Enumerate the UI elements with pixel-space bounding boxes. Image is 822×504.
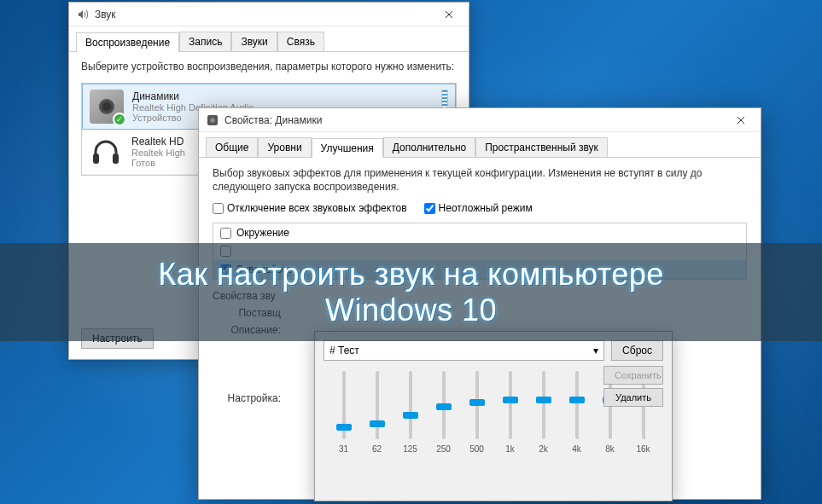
save-button[interactable]: Сохранить [603, 366, 663, 385]
default-badge: ✓ [113, 113, 126, 126]
eq-band-31[interactable]: 31 [329, 371, 359, 456]
eq-band-2k[interactable]: 2k [528, 371, 559, 456]
urgent-mode-checkbox[interactable]: Неотложный режим [424, 202, 533, 214]
caption-line1: Как настроить звук на компьютере [158, 257, 664, 292]
eq-band-250[interactable]: 250 [428, 371, 459, 456]
eq-band-500[interactable]: 500 [462, 371, 493, 456]
freq-label: 4k [572, 444, 581, 454]
slider-track[interactable] [475, 371, 479, 439]
close-button[interactable] [728, 112, 754, 129]
tab-comm[interactable]: Связь [277, 32, 324, 51]
tab-advanced[interactable]: Дополнительно [383, 137, 475, 157]
freq-label: 1k [505, 444, 515, 454]
slider-thumb[interactable] [336, 424, 352, 431]
eq-band-1k[interactable]: 1k [495, 371, 526, 456]
preset-value: # Тест [329, 345, 359, 356]
svg-rect-0 [93, 154, 99, 164]
eq-band-125[interactable]: 125 [395, 371, 426, 456]
chevron-down-icon: ▾ [593, 345, 598, 356]
description-text: Выбор звуковых эффектов для применения к… [213, 166, 747, 194]
freq-label: 31 [339, 444, 348, 454]
slider-thumb[interactable] [436, 403, 452, 410]
eq-band-62[interactable]: 62 [362, 371, 393, 456]
slider-thumb[interactable] [536, 397, 551, 403]
tab-recording[interactable]: Запись [179, 32, 231, 51]
slider-track[interactable] [376, 371, 379, 439]
tab-playback[interactable]: Воспроизведение [76, 32, 179, 52]
delete-button[interactable]: Удалить [603, 388, 663, 407]
equalizer-dialog: # Тест ▾ Сброс 31621252505001k2k4k8k16k … [314, 331, 673, 501]
slider-thumb[interactable] [469, 399, 485, 406]
svg-rect-1 [113, 154, 119, 164]
slider-track[interactable] [342, 371, 346, 439]
slider-track[interactable] [442, 371, 446, 439]
tab-levels[interactable]: Уровни [258, 137, 311, 157]
titlebar[interactable]: Звук [69, 3, 469, 26]
slider-track[interactable] [409, 371, 412, 439]
caption-overlay: Как настроить звук на компьютере Windows… [0, 243, 822, 341]
caption-line2: Windows 10 [325, 293, 497, 327]
tab-general[interactable]: Общие [206, 137, 258, 157]
preset-select[interactable]: # Тест ▾ [324, 340, 604, 361]
slider-track[interactable] [575, 371, 579, 439]
tab-enhancements[interactable]: Улучшения [312, 138, 383, 158]
window-title: Свойства: Динамики [224, 114, 728, 126]
window-title: Звук [95, 9, 436, 20]
disable-all-checkbox[interactable]: Отключение всех звуковых эффектов [213, 202, 407, 214]
slider-thumb[interactable] [569, 397, 585, 403]
freq-label: 16k [636, 444, 650, 454]
slider-thumb[interactable] [370, 420, 385, 427]
device-name: Динамики [132, 90, 441, 102]
headphone-icon [89, 135, 123, 169]
freq-label: 500 [469, 444, 484, 454]
tabs: Общие Уровни Улучшения Дополнительно Про… [199, 132, 761, 158]
freq-label: 250 [436, 444, 451, 454]
tab-spatial[interactable]: Пространственный звук [475, 137, 608, 157]
instruction-text: Выберите устройство воспроизведения, пар… [81, 61, 457, 74]
speaker-small-icon [206, 113, 219, 127]
freq-label: 62 [372, 444, 382, 454]
svg-point-3 [210, 118, 215, 123]
close-button[interactable] [436, 6, 462, 23]
speaker-icon: ✓ [90, 90, 124, 124]
freq-label: 2k [539, 444, 548, 454]
slider-track[interactable] [509, 371, 512, 439]
effect-item-environment[interactable]: Окружение [213, 223, 746, 242]
tabs: Воспроизведение Запись Звуки Связь [69, 26, 469, 52]
reset-button[interactable]: Сброс [611, 340, 663, 361]
eq-band-4k[interactable]: 4k [562, 371, 592, 456]
settings-label: Настройка: [213, 392, 281, 404]
slider-track[interactable] [542, 371, 545, 439]
freq-label: 125 [403, 444, 417, 454]
freq-label: 8k [605, 444, 615, 454]
slider-thumb[interactable] [403, 412, 418, 419]
tab-sounds[interactable]: Звуки [231, 32, 277, 51]
slider-thumb[interactable] [503, 397, 518, 403]
titlebar[interactable]: Свойства: Динамики [199, 108, 761, 132]
sound-icon [76, 8, 90, 21]
